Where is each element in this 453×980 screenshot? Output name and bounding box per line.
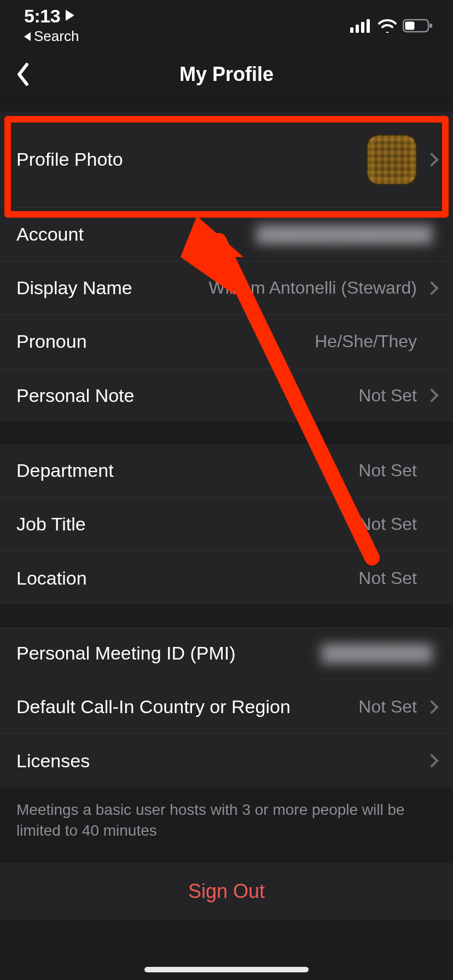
status-time: 5:13 bbox=[24, 5, 74, 27]
svg-rect-1 bbox=[356, 25, 359, 33]
row-department[interactable]: Department Not Set bbox=[0, 444, 453, 498]
row-value: Not Set bbox=[358, 460, 417, 481]
chevron-left-icon bbox=[24, 32, 31, 41]
row-label: Profile Photo bbox=[16, 149, 123, 170]
row-value: Not Set bbox=[358, 386, 417, 406]
profile-section-3: Personal Meeting ID (PMI) ██████████ Def… bbox=[0, 627, 453, 788]
row-location[interactable]: Location Not Set bbox=[0, 551, 453, 605]
ios-status-bar: 5:13 Search bbox=[0, 0, 453, 48]
chevron-right-icon bbox=[425, 153, 438, 166]
row-value: Not Set bbox=[358, 514, 417, 534]
ios-breadcrumb-back[interactable]: Search bbox=[24, 28, 79, 45]
row-label: Location bbox=[16, 568, 87, 589]
page-title: My Profile bbox=[0, 63, 453, 86]
chevron-right-icon bbox=[425, 388, 438, 402]
row-label: Job Title bbox=[16, 514, 86, 535]
wifi-icon bbox=[378, 19, 397, 33]
chevron-right-icon bbox=[425, 754, 438, 767]
battery-icon bbox=[403, 19, 433, 33]
location-arrow-icon bbox=[66, 10, 74, 21]
row-pmi[interactable]: Personal Meeting ID (PMI) ██████████ bbox=[0, 627, 453, 680]
avatar bbox=[367, 135, 417, 185]
row-label: Personal Note bbox=[16, 385, 134, 406]
chevron-right-icon bbox=[425, 281, 438, 295]
nav-header: My Profile bbox=[0, 48, 453, 101]
chevron-right-icon bbox=[425, 700, 438, 714]
status-right-icons bbox=[350, 19, 433, 45]
row-value: Not Set bbox=[358, 568, 417, 588]
sign-out-label: Sign Out bbox=[188, 880, 265, 903]
breadcrumb-label: Search bbox=[34, 28, 79, 45]
row-value: William Antonelli (Steward) bbox=[208, 278, 417, 298]
chevron-left-icon bbox=[15, 62, 31, 86]
status-time-text: 5:13 bbox=[24, 5, 60, 27]
row-label: Licenses bbox=[16, 750, 90, 772]
svg-rect-3 bbox=[367, 19, 370, 33]
row-job-title[interactable]: Job Title Not Set bbox=[0, 498, 453, 551]
row-personal-note[interactable]: Personal Note Not Set bbox=[0, 369, 453, 422]
row-pronoun[interactable]: Pronoun He/She/They bbox=[0, 315, 453, 369]
row-value: Not Set bbox=[358, 697, 417, 717]
cellular-bars-icon bbox=[350, 19, 372, 33]
row-label: Personal Meeting ID (PMI) bbox=[16, 643, 236, 664]
row-account[interactable]: Account ████████████████ bbox=[0, 208, 453, 261]
profile-section-2: Department Not Set Job Title Not Set Loc… bbox=[0, 444, 453, 605]
home-indicator bbox=[144, 967, 309, 972]
row-value: He/She/They bbox=[315, 331, 417, 352]
row-default-call-in[interactable]: Default Call-In Country or Region Not Se… bbox=[0, 680, 453, 734]
row-label: Account bbox=[16, 224, 84, 245]
svg-rect-2 bbox=[361, 22, 364, 33]
account-value-redacted: ████████████████ bbox=[252, 223, 437, 247]
sign-out-button[interactable]: Sign Out bbox=[0, 863, 453, 920]
svg-rect-6 bbox=[405, 22, 415, 30]
row-profile-photo[interactable]: Profile Photo bbox=[0, 112, 453, 208]
row-label: Department bbox=[16, 460, 114, 481]
pmi-value-redacted: ██████████ bbox=[317, 641, 437, 666]
row-licenses[interactable]: Licenses bbox=[0, 734, 453, 788]
row-label: Display Name bbox=[16, 277, 132, 299]
svg-rect-5 bbox=[429, 24, 432, 28]
svg-rect-0 bbox=[350, 27, 353, 33]
back-button[interactable] bbox=[10, 61, 36, 88]
profile-section-1: Profile Photo Account ████████████████ D… bbox=[0, 112, 453, 422]
sign-out-section: Sign Out bbox=[0, 863, 453, 920]
row-label: Default Call-In Country or Region bbox=[16, 696, 291, 718]
row-display-name[interactable]: Display Name William Antonelli (Steward) bbox=[0, 261, 453, 315]
row-label: Pronoun bbox=[16, 331, 87, 352]
footer-note: Meetings a basic user hosts with 3 or mo… bbox=[0, 788, 453, 863]
